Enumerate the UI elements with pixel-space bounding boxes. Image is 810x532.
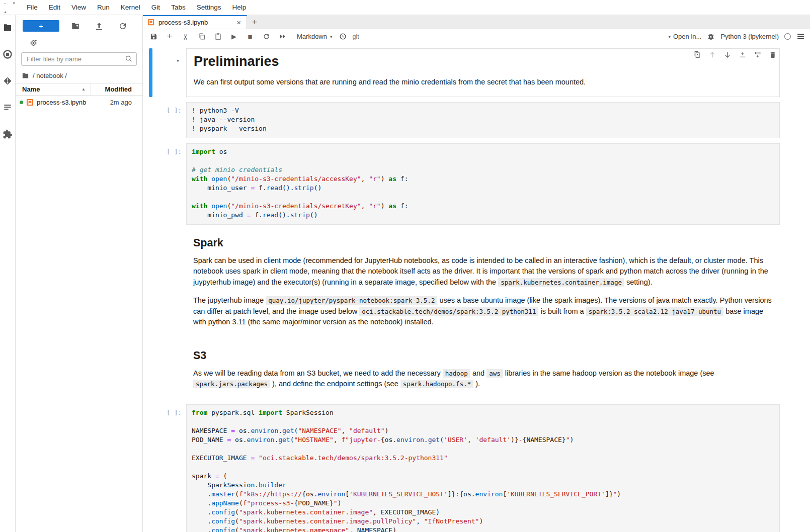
cell-collapser[interactable] [149, 143, 152, 225]
menu-git[interactable]: Git [146, 2, 166, 13]
add-cell-icon[interactable]: + [165, 32, 174, 41]
code-token: # get minio credentials [192, 166, 282, 173]
code-token: as [388, 175, 396, 183]
code-token: {os. [459, 490, 475, 498]
upload-icon[interactable] [95, 22, 104, 31]
open-in-dropdown[interactable]: ▾ Open in... [668, 33, 701, 40]
code-input-area[interactable]: import os # get minio credentialswith op… [186, 143, 780, 225]
code-token: " [334, 499, 338, 507]
table-of-contents-icon[interactable] [2, 102, 13, 113]
move-down-icon[interactable] [723, 50, 732, 59]
column-header-modified[interactable]: Modified [91, 85, 142, 93]
menu-run[interactable]: Run [92, 2, 115, 13]
cell-collapser[interactable] [149, 48, 152, 97]
code-line: with open("/minio-s3-credentials/accessK… [192, 174, 774, 184]
kernel-status-icon[interactable] [784, 33, 791, 40]
move-up-icon[interactable] [708, 50, 716, 59]
column-header-name[interactable]: Name ▲ [16, 83, 91, 95]
code-token: with [192, 175, 207, 183]
code-token: {POD_NAME} [294, 499, 334, 507]
cell-collapser[interactable] [149, 230, 152, 337]
insert-cell-below-icon[interactable] [753, 50, 762, 59]
refresh-icon[interactable] [118, 22, 127, 31]
code-token: -- [219, 116, 227, 123]
git-icon[interactable] [2, 75, 13, 86]
code-input-area[interactable]: ! python3 -V! java --version! pyspark --… [186, 102, 780, 138]
menu-file[interactable]: File [21, 2, 43, 13]
running-sessions-icon[interactable] [2, 49, 13, 60]
code-cell[interactable]: [ ]:import os # get minio credentialswit… [143, 143, 810, 225]
menu-edit[interactable]: Edit [43, 2, 66, 13]
restart-run-all-icon[interactable] [278, 32, 287, 41]
debugger-bug-icon[interactable] [707, 33, 715, 41]
code-line: NAMESPACE = os.environ.get("NAMESPACE", … [192, 426, 774, 435]
save-icon[interactable] [149, 32, 158, 41]
add-tab-button[interactable]: + [247, 15, 262, 29]
markdown-cell[interactable]: ▾PreliminariesWe can first output some v… [143, 48, 810, 97]
filter-files-input[interactable] [21, 52, 137, 66]
new-launcher-button[interactable]: + [23, 20, 59, 32]
code-token: . [192, 499, 211, 507]
menu-kernel[interactable]: Kernel [115, 2, 146, 13]
execution-time-icon[interactable] [339, 32, 348, 41]
code-token: "/minio-s3-credentials/accessKey" [231, 175, 361, 183]
code-cell[interactable]: [ ]:! python3 -V! java --version! pyspar… [143, 102, 810, 138]
code-token: builder [259, 481, 286, 489]
cut-icon[interactable]: ✂ [181, 32, 190, 41]
cell-type-dropdown[interactable]: Markdown ▾ [297, 33, 333, 40]
code-line: SparkSession.builder [192, 481, 774, 490]
code-token: "IfNotPresent" [424, 517, 479, 525]
cell-collapser[interactable] [149, 342, 152, 399]
markdown-text: is built from a [538, 307, 586, 315]
stop-icon[interactable]: ■ [246, 32, 255, 41]
chevron-down-icon: ▾ [330, 34, 333, 39]
code-cell[interactable]: [ ]:from pyspark.sql import SparkSession… [143, 404, 810, 532]
menu-help[interactable]: Help [226, 2, 252, 13]
markdown-text: libraries in the same hadoop version as … [503, 369, 714, 377]
paste-icon[interactable] [213, 32, 222, 41]
run-icon[interactable]: ▶ [229, 32, 238, 41]
code-token: "r" [369, 175, 380, 183]
markdown-cell[interactable]: S3As we will be reading data from an S3 … [143, 342, 810, 399]
new-folder-icon[interactable] [71, 22, 80, 31]
cell-collapser[interactable] [149, 404, 152, 532]
extension-manager-icon[interactable] [2, 129, 13, 140]
inline-code: spark.hadoopo.fs.* [400, 380, 473, 388]
menu-tabs[interactable]: Tabs [166, 2, 191, 13]
breadcrumb[interactable]: / notebook / [16, 68, 142, 83]
file-row[interactable]: process-s3.ipynb 2m ago [16, 96, 142, 109]
markdown-rendered-area: SparkSpark can be used in client mode (r… [186, 230, 780, 337]
cell-collapser[interactable] [149, 102, 152, 138]
files-icon[interactable] [2, 22, 13, 33]
code-token: ) [338, 499, 342, 507]
cell-gutter: ▾ [152, 48, 186, 97]
code-token: V [235, 107, 239, 114]
sidebar-menu-icon[interactable] [796, 32, 805, 41]
code-token: () [314, 184, 322, 192]
code-line [192, 463, 774, 472]
tab-process-s3[interactable]: process-s3.ipynb × [143, 15, 247, 29]
code-input-area[interactable]: from pyspark.sql import SparkSession NAM… [186, 404, 780, 532]
git-clone-icon[interactable] [29, 39, 38, 47]
copy-icon[interactable] [197, 32, 206, 41]
code-token: , EXECUTOR_IMAGE) [373, 508, 440, 516]
code-token: "/minio-s3-credentials/secretKey" [231, 202, 361, 210]
close-icon[interactable]: × [235, 18, 242, 27]
code-token: get [278, 436, 290, 444]
menu-view[interactable]: View [66, 2, 92, 13]
code-token: read [267, 184, 282, 192]
file-browser-toolbar: + [16, 15, 142, 34]
menu-settings[interactable]: Settings [191, 2, 227, 13]
delete-cell-icon[interactable] [768, 50, 777, 59]
code-token: f"jupyter- [341, 436, 380, 444]
code-token: {NAMESPACE} [523, 436, 566, 444]
duplicate-cell-icon[interactable] [693, 50, 701, 59]
collapse-caret-icon[interactable]: ▾ [177, 58, 179, 63]
insert-cell-above-icon[interactable] [738, 50, 747, 59]
code-token [207, 202, 211, 210]
home-folder-icon[interactable] [22, 72, 29, 79]
restart-kernel-icon[interactable] [262, 32, 271, 41]
markdown-cell[interactable]: SparkSpark can be used in client mode (r… [143, 230, 810, 337]
kernel-name[interactable]: Python 3 (ipykernel) [720, 33, 779, 40]
file-browser-panel: + [16, 15, 143, 532]
